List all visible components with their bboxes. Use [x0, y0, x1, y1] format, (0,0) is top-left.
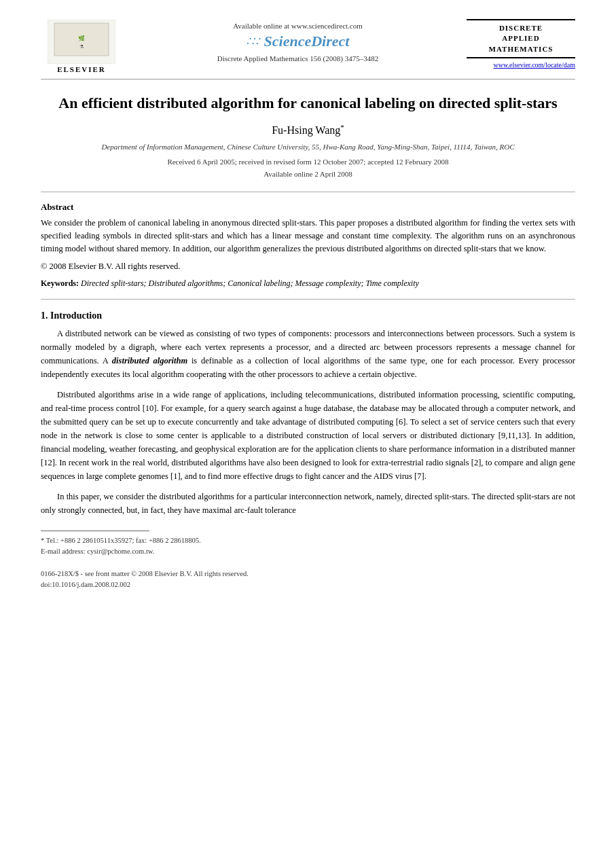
sciencedirect-label: ScienceDirect	[264, 33, 350, 50]
abstract-heading: Abstract	[41, 202, 575, 213]
elsevier-text: ELSEVIER	[57, 65, 106, 73]
footnote-divider	[41, 531, 149, 531]
dam-title-line1: DISCRETE	[471, 23, 571, 33]
abstract-text: We consider the problem of canonical lab…	[41, 217, 575, 256]
affiliation: Department of Information Management, Ch…	[41, 142, 575, 152]
elsevier-logo: 🌿 ⚗ ELSEVIER	[41, 19, 122, 73]
dam-box: DISCRETE APPLIED MATHEMATICS	[467, 19, 575, 58]
journal-name: Discrete Applied Mathematics 156 (2008) …	[129, 54, 467, 62]
author-name: Fu-Hsing Wang*	[41, 123, 575, 137]
header-divider	[41, 79, 575, 79]
dam-title-line2: APPLIED	[471, 33, 571, 43]
email-label: E-mail address:	[41, 548, 86, 555]
intro-heading: 1. Introduction	[41, 310, 575, 321]
footnote-area: * Tel.: +886 2 28610511x35927; fax: +886…	[41, 535, 575, 558]
keywords-line: Keywords: Directed split-stars; Distribu…	[41, 277, 575, 289]
keywords-label: Keywords:	[41, 279, 79, 288]
author-name-text: Fu-Hsing Wang	[272, 124, 340, 136]
paper-title: An efficient distributed algorithm for c…	[41, 93, 575, 113]
footer-bottom: 0166-218X/$ - see front matter © 2008 El…	[41, 569, 575, 591]
svg-text:🌿: 🌿	[78, 35, 85, 41]
email-address: cysir@pchome.com.tw.	[87, 548, 154, 555]
sciencedirect-logo: ∴∵ ScienceDirect	[129, 33, 467, 50]
introduction-section: 1. Introduction A distributed network ca…	[41, 310, 575, 517]
header-right: DISCRETE APPLIED MATHEMATICS www.elsevie…	[467, 19, 575, 69]
footnote-email: E-mail address: cysir@pchome.com.tw.	[41, 546, 575, 557]
title-abstract-divider	[41, 192, 575, 192]
footer-issn: 0166-218X/$ - see front matter © 2008 El…	[41, 569, 575, 579]
available-online-paper: Available online 2 April 2008	[41, 168, 575, 181]
header-center: Available online at www.sciencedirect.co…	[129, 19, 467, 62]
sd-dots-icon: ∴∵	[247, 34, 260, 49]
dam-title-line3: MATHEMATICS	[471, 44, 571, 54]
intro-paragraph-2: Distributed algorithms arise in a wide r…	[41, 388, 575, 483]
intro-paragraph-3: In this paper, we consider the distribut…	[41, 490, 575, 517]
abstract-body-divider	[41, 299, 575, 300]
title-section: An efficient distributed algorithm for c…	[41, 93, 575, 181]
elsevier-tree-icon: 🌿 ⚗	[48, 20, 115, 64]
intro-paragraph-1: A distributed network can be viewed as c…	[41, 327, 575, 381]
copyright-text: © 2008 Elsevier B.V. All rights reserved…	[41, 260, 575, 273]
bold-italic-term: distributed algorithm	[112, 356, 187, 365]
footnote-tel: * Tel.: +886 2 28610511x35927; fax: +886…	[41, 535, 575, 546]
header: 🌿 ⚗ ELSEVIER Available online at www.sci…	[41, 19, 575, 73]
elsevier-link[interactable]: www.elsevier.com/locate/dam	[467, 61, 575, 69]
footer-doi: doi:10.1016/j.dam.2008.02.002	[41, 579, 575, 590]
page: 🌿 ⚗ ELSEVIER Available online at www.sci…	[0, 0, 616, 841]
elsevier-logo-area: 🌿 ⚗ ELSEVIER	[41, 19, 129, 73]
keywords-text: Directed split-stars; Distributed algori…	[81, 279, 419, 288]
author-footnote-marker: *	[340, 123, 344, 131]
svg-text:⚗: ⚗	[79, 44, 84, 50]
abstract-section: Abstract We consider the problem of cano…	[41, 202, 575, 290]
available-online-text: Available online at www.sciencedirect.co…	[129, 22, 467, 30]
received-dates: Received 6 April 2005; received in revis…	[41, 156, 575, 168]
